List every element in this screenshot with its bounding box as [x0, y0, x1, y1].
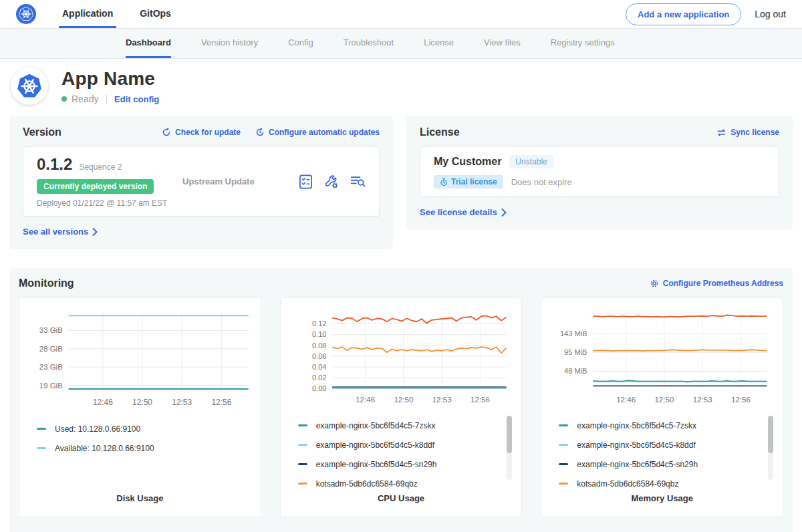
disk-usage-legend: Used: 10.128.0.66:9100Available: 10.128.… [26, 415, 254, 458]
version-sequence: Sequence 2 [79, 162, 122, 172]
sub-nav-tab-config[interactable]: Config [288, 29, 313, 58]
sub-nav-tab-registry-settings[interactable]: Registry settings [551, 29, 615, 58]
legend-scrollbar[interactable] [768, 416, 773, 480]
monitoring-title: Monitoring [19, 277, 74, 289]
top-nav-right: Add a new application Log out [626, 0, 786, 28]
legend-scrollbar-thumb[interactable] [768, 416, 773, 453]
svg-text:12:50: 12:50 [655, 396, 674, 404]
legend-color-dash [559, 424, 568, 426]
log-out-button[interactable]: Log out [755, 9, 786, 19]
svg-text:19 GiB: 19 GiB [39, 382, 63, 390]
svg-text:95 MiB: 95 MiB [564, 348, 587, 356]
clock-refresh-icon [255, 128, 265, 137]
wrench-gear-icon[interactable] [324, 174, 339, 189]
svg-text:12:53: 12:53 [693, 396, 712, 404]
app-title: App Name [61, 68, 159, 90]
sub-nav-tab-version-history[interactable]: Version history [201, 29, 258, 58]
svg-text:0.02: 0.02 [312, 374, 327, 382]
current-version-card: 0.1.2 Sequence 2 Currently deployed vers… [23, 146, 380, 217]
refresh-circle-icon [162, 128, 171, 137]
monitoring-section: Monitoring Configure Prometheus Address … [9, 268, 793, 532]
legend-item: example-nginx-5bc6f5d4c5-k8ddf [298, 435, 513, 454]
configure-prometheus-link[interactable]: Configure Prometheus Address [650, 279, 783, 288]
memory-usage-chart-title: Memory Usage [548, 493, 776, 506]
channel-badge: Unstable [509, 155, 553, 168]
top-nav-tab-gitops[interactable]: GitOps [136, 0, 174, 28]
license-card: License Sync license My Customer Unstabl… [406, 116, 793, 230]
sync-license-link[interactable]: Sync license [716, 128, 779, 137]
svg-text:12:56: 12:56 [731, 396, 751, 404]
legend-color-dash [37, 428, 46, 430]
edit-config-link[interactable]: Edit config [114, 94, 159, 104]
legend-label: example-nginx-5bc6f5d4c5-7zskx [316, 421, 436, 430]
legend-color-dash [298, 444, 307, 446]
charts-row: 19 GiB23 GiB28 GiB33 GiB12:4612:5012:531… [19, 297, 783, 517]
svg-text:12:53: 12:53 [432, 396, 451, 404]
svg-text:0.08: 0.08 [312, 342, 327, 350]
kubernetes-logo-icon [16, 4, 36, 24]
legend-scrollbar-thumb[interactable] [507, 416, 512, 453]
check-for-update-link[interactable]: Check for update [162, 128, 241, 137]
svg-text:12:53: 12:53 [172, 398, 192, 407]
top-navbar: ApplicationGitOps Add a new application … [0, 0, 802, 29]
app-sub-navbar: DashboardVersion historyConfigTroublesho… [0, 29, 802, 59]
chevron-right-icon [92, 228, 98, 236]
disk-usage-chart-card: 19 GiB23 GiB28 GiB33 GiB12:4612:5012:531… [19, 297, 261, 517]
legend-color-dash [559, 463, 568, 465]
add-new-application-button[interactable]: Add a new application [626, 3, 741, 25]
legend-color-dash [298, 424, 307, 426]
svg-text:23 GiB: 23 GiB [39, 363, 63, 371]
legend-label: example-nginx-5bc6f5d4c5-7zskx [577, 421, 696, 430]
currently-deployed-badge: Currently deployed version [37, 179, 154, 194]
version-number: 0.1.2 [37, 155, 72, 174]
sub-nav-tab-license[interactable]: License [424, 29, 454, 58]
divider: | [105, 94, 108, 104]
svg-text:48 MiB: 48 MiB [564, 367, 587, 375]
see-all-versions-link[interactable]: See all versions [23, 227, 98, 237]
svg-text:0.04: 0.04 [312, 363, 327, 371]
version-card: Version Check for update Configure au [9, 116, 393, 249]
memory-usage-chart: 48 MiB95 MiB143 MiB12:4612:5012:5312:56 [548, 305, 776, 412]
legend-label: Available: 10.128.0.66:9100 [55, 444, 154, 453]
top-nav-tab-application[interactable]: Application [59, 0, 116, 28]
memory-usage-legend: example-nginx-5bc6f5d4c5-7zskxexample-ng… [548, 412, 776, 493]
configure-automatic-updates-link[interactable]: Configure automatic updates [255, 128, 380, 137]
top-nav-tabs: ApplicationGitOps [59, 0, 194, 28]
app-status-text: Ready [72, 94, 98, 104]
legend-color-dash [298, 483, 307, 485]
summary-cards-row: Version Check for update Configure au [0, 116, 802, 249]
svg-text:33 GiB: 33 GiB [39, 326, 63, 334]
legend-item: Used: 10.128.0.66:9100 [37, 419, 251, 438]
cpu-usage-chart-card: 0.000.020.040.060.080.100.1212:4612:5012… [280, 297, 523, 517]
license-expiry-text: Does not expire [511, 177, 572, 187]
legend-label: example-nginx-5bc6f5d4c5-k8ddf [577, 440, 695, 450]
svg-text:0.12: 0.12 [312, 319, 327, 327]
cpu-usage-legend: example-nginx-5bc6f5d4c5-7zskxexample-ng… [287, 412, 515, 493]
deployed-timestamp: Deployed 01/21/22 @ 11:57 am EST [37, 198, 182, 208]
svg-text:12:46: 12:46 [617, 396, 636, 404]
legend-item: kotsadm-5db6dc6584-69qbz [298, 474, 513, 493]
legend-item: example-nginx-5bc6f5d4c5-k8ddf [559, 435, 773, 454]
svg-text:28 GiB: 28 GiB [39, 345, 63, 353]
cpu-usage-chart-title: CPU Usage [287, 493, 515, 506]
log-search-icon[interactable] [350, 175, 366, 188]
sub-nav-tab-troubleshoot[interactable]: Troubleshoot [344, 29, 394, 58]
see-license-details-link[interactable]: See license details [420, 207, 507, 217]
trial-license-badge: Trial license [434, 175, 503, 188]
sub-nav-tab-dashboard[interactable]: Dashboard [126, 29, 171, 58]
legend-label: Used: 10.128.0.66:9100 [55, 424, 140, 434]
legend-color-dash [559, 483, 568, 485]
checklist-icon[interactable] [299, 174, 313, 189]
legend-color-dash [298, 463, 307, 465]
stopwatch-icon [440, 178, 448, 186]
sub-nav-tab-view-files[interactable]: View files [484, 29, 521, 58]
version-card-title: Version [23, 126, 61, 138]
legend-item: example-nginx-5bc6f5d4c5-7zskx [559, 416, 773, 435]
gear-icon [650, 279, 659, 288]
version-source-label: Upstream Update [182, 176, 299, 186]
legend-scrollbar[interactable] [507, 416, 512, 480]
legend-label: kotsadm-5db6dc6584-69qbz [577, 479, 678, 489]
svg-text:0.06: 0.06 [312, 352, 327, 360]
legend-item: example-nginx-5bc6f5d4c5-7zskx [298, 416, 513, 435]
svg-text:12:50: 12:50 [132, 398, 152, 407]
